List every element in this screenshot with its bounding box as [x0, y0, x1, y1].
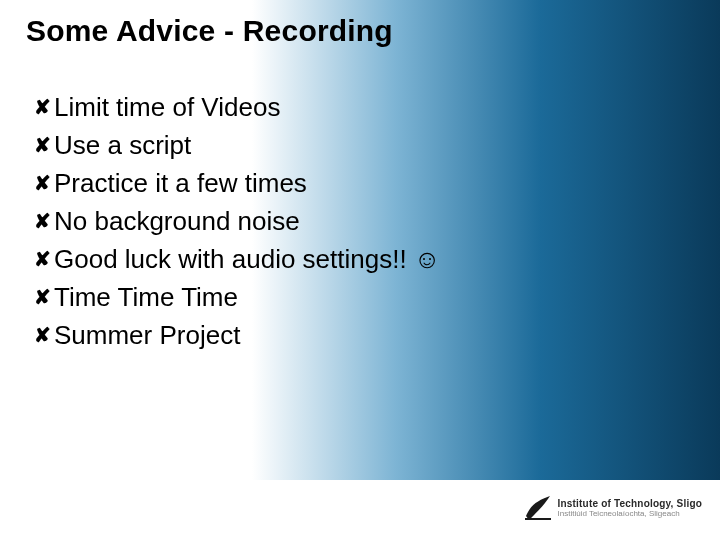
x-bullet-icon: ✘	[34, 280, 52, 314]
x-bullet-icon: ✘	[34, 90, 52, 124]
bullet-text: Use a script	[54, 128, 191, 162]
bullet-text: Summer Project	[54, 318, 240, 352]
bullet-text: Time Time Time	[54, 280, 238, 314]
list-item: ✘ Summer Project	[34, 318, 440, 352]
x-bullet-icon: ✘	[34, 166, 52, 200]
list-item: ✘ Use a script	[34, 128, 440, 162]
slide-title: Some Advice - Recording	[26, 14, 393, 48]
bullet-list: ✘ Limit time of Videos ✘ Use a script ✘ …	[34, 90, 440, 356]
svg-rect-0	[525, 518, 551, 520]
bullet-text: Practice it a few times	[54, 166, 307, 200]
x-bullet-icon: ✘	[34, 242, 52, 276]
footer-text: Institute of Technology, Sligo Institiúi…	[557, 498, 702, 519]
x-bullet-icon: ✘	[34, 318, 52, 352]
list-item: ✘ Time Time Time	[34, 280, 440, 314]
bullet-text: Limit time of Videos	[54, 90, 280, 124]
bullet-text: No background noise	[54, 204, 300, 238]
bullet-text: Good luck with audio settings!! ☺	[54, 242, 440, 276]
slide-body: Some Advice - Recording ✘ Limit time of …	[0, 0, 720, 480]
x-bullet-icon: ✘	[34, 128, 52, 162]
footer-logo: Institute of Technology, Sligo Institiúi…	[525, 494, 702, 522]
swoosh-icon	[525, 494, 551, 522]
org-name-ga: Institiúid Teicneolaíochta, Sligeach	[557, 510, 702, 519]
org-name-en: Institute of Technology, Sligo	[557, 498, 702, 509]
slide: Some Advice - Recording ✘ Limit time of …	[0, 0, 720, 540]
list-item: ✘ Good luck with audio settings!! ☺	[34, 242, 440, 276]
list-item: ✘ No background noise	[34, 204, 440, 238]
list-item: ✘ Practice it a few times	[34, 166, 440, 200]
list-item: ✘ Limit time of Videos	[34, 90, 440, 124]
x-bullet-icon: ✘	[34, 204, 52, 238]
